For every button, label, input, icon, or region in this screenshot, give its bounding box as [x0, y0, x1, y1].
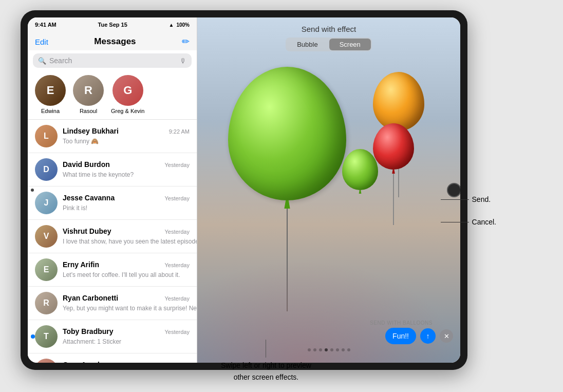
msg-time: Yesterday	[164, 329, 190, 335]
avatar: D	[35, 158, 58, 181]
search-input[interactable]: Search	[49, 57, 177, 65]
callout-area: Send. Cancel.	[441, 195, 496, 226]
msg-content: Erny Arifin Yesterday Let's meet for cof…	[63, 260, 190, 279]
bottom-annotation: Swipe left or right to preview other scr…	[221, 340, 311, 383]
battery-text: 100%	[176, 22, 190, 28]
msg-top: Toby Bradbury Yesterday	[63, 327, 190, 335]
msg-top: Erny Arifin Yesterday	[63, 260, 190, 269]
msg-time: Yesterday	[164, 162, 190, 168]
msg-top: Jesse Cavanna Yesterday	[63, 194, 190, 202]
msg-preview: Too funny 🙈	[63, 138, 99, 145]
cancel-button[interactable]: ✕	[440, 329, 453, 343]
balloon-body	[373, 123, 414, 170]
page-dot	[347, 348, 350, 351]
pinned-contact-rasoul[interactable]: R Rasoul	[73, 75, 104, 114]
balloon-small-green	[342, 149, 378, 193]
balloon-red	[373, 123, 414, 172]
tab-screen[interactable]: Screen	[329, 39, 371, 50]
balloon-body	[228, 67, 346, 200]
list-item[interactable]: T Toby Bradbury Yesterday Attachment: 1 …	[28, 320, 197, 353]
msg-name: Erny Arifin	[63, 260, 99, 269]
msg-time: 9:22 AM	[169, 128, 190, 135]
contact-name-rasoul: Rasoul	[80, 108, 97, 114]
balloon-body	[342, 149, 378, 190]
msg-time: Thursday	[166, 362, 190, 363]
messages-panel: 9:41 AM Tue Sep 15 ▲ 100% Edit Messages …	[28, 17, 197, 363]
send-button[interactable]: ↑	[420, 328, 436, 344]
page-dot-active	[325, 348, 328, 351]
page-dot	[336, 348, 339, 351]
avatar-edwina: E	[35, 75, 66, 106]
msg-time: Yesterday	[164, 195, 190, 201]
msg-content: Toby Bradbury Yesterday Attachment: 1 St…	[63, 327, 190, 346]
page-dot	[342, 348, 345, 351]
wifi-icon: ▲	[169, 22, 174, 28]
balloon-knot	[284, 200, 291, 209]
list-item[interactable]: G Greg Apodaca Thursday Ocean Beach at t…	[28, 353, 197, 363]
list-item[interactable]: E Erny Arifin Yesterday Let's meet for c…	[28, 253, 197, 287]
cancel-callout-label: Cancel.	[472, 218, 496, 226]
status-date: Tue Sep 15	[98, 22, 127, 28]
avatar: R	[35, 292, 58, 314]
list-item[interactable]: L Lindsey Bukhari 9:22 AM Too funny 🙈	[28, 120, 197, 153]
msg-name: Ryan Carbonetti	[63, 294, 118, 302]
effect-header: Send with effect Bubble Screen	[197, 17, 460, 57]
msg-time: Yesterday	[164, 262, 190, 268]
mic-icon[interactable]: 🎙	[180, 57, 186, 65]
page-dot	[330, 348, 333, 351]
effect-tabs: Bubble Screen	[286, 38, 372, 51]
header-title: Messages	[94, 36, 136, 47]
cancel-callout: Cancel.	[441, 218, 496, 226]
ipad-screen: 9:41 AM Tue Sep 15 ▲ 100% Edit Messages …	[28, 17, 460, 363]
balloon-knot	[359, 190, 362, 194]
send-callout-label: Send.	[472, 195, 491, 203]
msg-preview: Pink it is!	[63, 204, 87, 212]
balloon-string	[393, 174, 394, 225]
list-item[interactable]: V Vishrut Dubey Yesterday I love that sh…	[28, 220, 197, 253]
msg-name: Vishrut Dubey	[63, 227, 111, 235]
annotation-text: Swipe left or right to preview other scr…	[221, 360, 311, 383]
message-list: L Lindsey Bukhari 9:22 AM Too funny 🙈 D …	[28, 120, 197, 363]
avatar: G	[35, 359, 58, 363]
msg-preview: Yep, but you might want to make it a sur…	[63, 305, 197, 312]
msg-top: Greg Apodaca Thursday	[63, 361, 190, 363]
list-item[interactable]: J Jesse Cavanna Yesterday Pink it is!	[28, 186, 197, 220]
msg-top: Vishrut Dubey Yesterday	[63, 227, 190, 235]
msg-time: Yesterday	[164, 229, 190, 235]
pinned-contact-greg-kevin[interactable]: G Greg & Kevin	[111, 75, 144, 114]
ipad-frame: 9:41 AM Tue Sep 15 ▲ 100% Edit Messages …	[21, 10, 467, 370]
edit-button[interactable]: Edit	[35, 38, 48, 46]
avatar: T	[35, 325, 58, 348]
balloon-string	[287, 209, 288, 311]
avatar: V	[35, 225, 58, 248]
messages-header: Edit Messages ✏	[28, 32, 197, 50]
page-dot	[319, 348, 322, 351]
pinned-contacts: E Edwina R Rasoul G Greg & Kevin	[28, 71, 197, 120]
status-right: ▲ 100%	[169, 22, 190, 28]
msg-name: Lindsey Bukhari	[63, 127, 119, 135]
avatar: J	[35, 192, 58, 214]
msg-content: Lindsey Bukhari 9:22 AM Too funny 🙈	[63, 127, 190, 145]
compose-button[interactable]: ✏	[182, 36, 190, 47]
msg-time: Yesterday	[164, 295, 190, 302]
avatar-greg-kevin: G	[112, 75, 143, 106]
msg-content: Vishrut Dubey Yesterday I love that show…	[63, 227, 190, 246]
status-bar: 9:41 AM Tue Sep 15 ▲ 100%	[28, 17, 197, 32]
msg-name: Greg Apodaca	[63, 361, 111, 363]
annotation-pointer-line	[266, 340, 266, 358]
list-item[interactable]: R Ryan Carbonetti Yesterday Yep, but you…	[28, 287, 197, 320]
effect-panel: Send with effect Bubble Screen	[197, 17, 460, 363]
msg-preview: I love that show, have you seen the late…	[63, 238, 197, 245]
msg-name: Toby Bradbury	[63, 327, 114, 335]
pinned-contact-edwina[interactable]: E Edwina	[35, 75, 66, 114]
msg-name: David Burdon	[63, 160, 110, 169]
balloon-body	[373, 72, 424, 131]
tab-bubble[interactable]: Bubble	[287, 39, 328, 50]
msg-content: Ryan Carbonetti Yesterday Yep, but you m…	[63, 294, 190, 312]
list-item[interactable]: D David Burdon Yesterday What time is th…	[28, 153, 197, 186]
effect-title: Send with effect	[197, 25, 460, 33]
msg-preview: Attachment: 1 Sticker	[63, 338, 121, 345]
avatar: L	[35, 125, 58, 147]
search-bar[interactable]: 🔍 Search 🎙	[33, 53, 192, 68]
avatar: E	[35, 258, 58, 281]
